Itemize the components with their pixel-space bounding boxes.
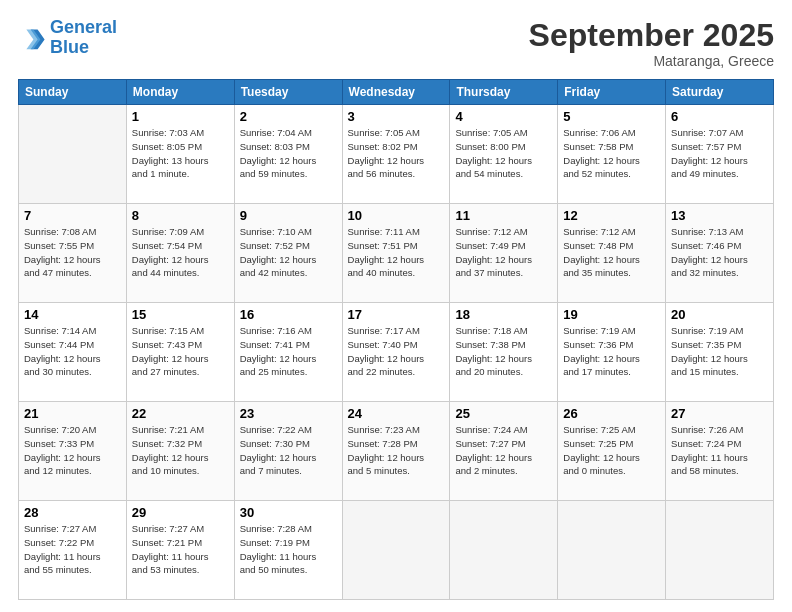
day-info: Sunrise: 7:28 AMSunset: 7:19 PMDaylight:… [240,522,337,577]
month-title: September 2025 [529,18,774,53]
day-info: Sunrise: 7:19 AMSunset: 7:36 PMDaylight:… [563,324,660,379]
calendar-cell: 5Sunrise: 7:06 AMSunset: 7:58 PMDaylight… [558,105,666,204]
day-number: 7 [24,208,121,223]
calendar-cell: 15Sunrise: 7:15 AMSunset: 7:43 PMDayligh… [126,303,234,402]
day-info: Sunrise: 7:26 AMSunset: 7:24 PMDaylight:… [671,423,768,478]
calendar-cell: 20Sunrise: 7:19 AMSunset: 7:35 PMDayligh… [666,303,774,402]
day-info: Sunrise: 7:27 AMSunset: 7:21 PMDaylight:… [132,522,229,577]
day-number: 23 [240,406,337,421]
day-number: 18 [455,307,552,322]
logo-blue: Blue [50,37,89,57]
calendar-cell: 26Sunrise: 7:25 AMSunset: 7:25 PMDayligh… [558,402,666,501]
day-info: Sunrise: 7:18 AMSunset: 7:38 PMDaylight:… [455,324,552,379]
day-info: Sunrise: 7:17 AMSunset: 7:40 PMDaylight:… [348,324,445,379]
day-number: 30 [240,505,337,520]
calendar-cell: 22Sunrise: 7:21 AMSunset: 7:32 PMDayligh… [126,402,234,501]
day-number: 20 [671,307,768,322]
day-number: 25 [455,406,552,421]
calendar-cell: 10Sunrise: 7:11 AMSunset: 7:51 PMDayligh… [342,204,450,303]
day-number: 17 [348,307,445,322]
day-info: Sunrise: 7:04 AMSunset: 8:03 PMDaylight:… [240,126,337,181]
calendar-cell: 7Sunrise: 7:08 AMSunset: 7:55 PMDaylight… [19,204,127,303]
day-info: Sunrise: 7:20 AMSunset: 7:33 PMDaylight:… [24,423,121,478]
day-info: Sunrise: 7:25 AMSunset: 7:25 PMDaylight:… [563,423,660,478]
calendar-cell: 24Sunrise: 7:23 AMSunset: 7:28 PMDayligh… [342,402,450,501]
calendar-cell: 12Sunrise: 7:12 AMSunset: 7:48 PMDayligh… [558,204,666,303]
calendar-cell: 13Sunrise: 7:13 AMSunset: 7:46 PMDayligh… [666,204,774,303]
day-number: 1 [132,109,229,124]
day-info: Sunrise: 7:05 AMSunset: 8:00 PMDaylight:… [455,126,552,181]
calendar-cell [342,501,450,600]
header-day-saturday: Saturday [666,80,774,105]
day-info: Sunrise: 7:09 AMSunset: 7:54 PMDaylight:… [132,225,229,280]
day-info: Sunrise: 7:05 AMSunset: 8:02 PMDaylight:… [348,126,445,181]
day-info: Sunrise: 7:12 AMSunset: 7:49 PMDaylight:… [455,225,552,280]
calendar-cell: 21Sunrise: 7:20 AMSunset: 7:33 PMDayligh… [19,402,127,501]
day-info: Sunrise: 7:22 AMSunset: 7:30 PMDaylight:… [240,423,337,478]
day-info: Sunrise: 7:16 AMSunset: 7:41 PMDaylight:… [240,324,337,379]
calendar-cell: 19Sunrise: 7:19 AMSunset: 7:36 PMDayligh… [558,303,666,402]
calendar-cell: 30Sunrise: 7:28 AMSunset: 7:19 PMDayligh… [234,501,342,600]
day-number: 15 [132,307,229,322]
calendar-cell [666,501,774,600]
calendar-cell: 17Sunrise: 7:17 AMSunset: 7:40 PMDayligh… [342,303,450,402]
header-day-sunday: Sunday [19,80,127,105]
calendar-cell: 18Sunrise: 7:18 AMSunset: 7:38 PMDayligh… [450,303,558,402]
calendar-table: SundayMondayTuesdayWednesdayThursdayFrid… [18,79,774,600]
day-number: 5 [563,109,660,124]
calendar-cell: 1Sunrise: 7:03 AMSunset: 8:05 PMDaylight… [126,105,234,204]
day-info: Sunrise: 7:15 AMSunset: 7:43 PMDaylight:… [132,324,229,379]
day-info: Sunrise: 7:24 AMSunset: 7:27 PMDaylight:… [455,423,552,478]
day-info: Sunrise: 7:27 AMSunset: 7:22 PMDaylight:… [24,522,121,577]
day-info: Sunrise: 7:06 AMSunset: 7:58 PMDaylight:… [563,126,660,181]
day-number: 28 [24,505,121,520]
day-number: 22 [132,406,229,421]
day-info: Sunrise: 7:10 AMSunset: 7:52 PMDaylight:… [240,225,337,280]
day-number: 3 [348,109,445,124]
calendar-cell [19,105,127,204]
day-info: Sunrise: 7:19 AMSunset: 7:35 PMDaylight:… [671,324,768,379]
day-info: Sunrise: 7:23 AMSunset: 7:28 PMDaylight:… [348,423,445,478]
calendar-cell: 11Sunrise: 7:12 AMSunset: 7:49 PMDayligh… [450,204,558,303]
logo-text: General Blue [50,18,117,58]
header: General Blue September 2025 Mataranga, G… [18,18,774,69]
calendar-cell: 27Sunrise: 7:26 AMSunset: 7:24 PMDayligh… [666,402,774,501]
header-day-thursday: Thursday [450,80,558,105]
calendar-week-2: 7Sunrise: 7:08 AMSunset: 7:55 PMDaylight… [19,204,774,303]
header-day-friday: Friday [558,80,666,105]
calendar-cell: 6Sunrise: 7:07 AMSunset: 7:57 PMDaylight… [666,105,774,204]
calendar-cell: 4Sunrise: 7:05 AMSunset: 8:00 PMDaylight… [450,105,558,204]
calendar-cell: 23Sunrise: 7:22 AMSunset: 7:30 PMDayligh… [234,402,342,501]
day-number: 10 [348,208,445,223]
day-number: 26 [563,406,660,421]
day-info: Sunrise: 7:07 AMSunset: 7:57 PMDaylight:… [671,126,768,181]
page: General Blue September 2025 Mataranga, G… [0,0,792,612]
title-block: September 2025 Mataranga, Greece [529,18,774,69]
day-number: 14 [24,307,121,322]
day-number: 29 [132,505,229,520]
calendar-cell: 3Sunrise: 7:05 AMSunset: 8:02 PMDaylight… [342,105,450,204]
calendar-week-1: 1Sunrise: 7:03 AMSunset: 8:05 PMDaylight… [19,105,774,204]
calendar-week-3: 14Sunrise: 7:14 AMSunset: 7:44 PMDayligh… [19,303,774,402]
day-number: 16 [240,307,337,322]
calendar-week-5: 28Sunrise: 7:27 AMSunset: 7:22 PMDayligh… [19,501,774,600]
day-number: 12 [563,208,660,223]
logo-icon [18,24,46,52]
day-number: 4 [455,109,552,124]
calendar-cell [558,501,666,600]
day-number: 6 [671,109,768,124]
logo: General Blue [18,18,117,58]
calendar-cell: 16Sunrise: 7:16 AMSunset: 7:41 PMDayligh… [234,303,342,402]
calendar-cell [450,501,558,600]
calendar-cell: 29Sunrise: 7:27 AMSunset: 7:21 PMDayligh… [126,501,234,600]
day-info: Sunrise: 7:14 AMSunset: 7:44 PMDaylight:… [24,324,121,379]
day-info: Sunrise: 7:08 AMSunset: 7:55 PMDaylight:… [24,225,121,280]
header-day-tuesday: Tuesday [234,80,342,105]
day-number: 11 [455,208,552,223]
calendar-cell: 14Sunrise: 7:14 AMSunset: 7:44 PMDayligh… [19,303,127,402]
day-info: Sunrise: 7:03 AMSunset: 8:05 PMDaylight:… [132,126,229,181]
day-number: 21 [24,406,121,421]
calendar-cell: 9Sunrise: 7:10 AMSunset: 7:52 PMDaylight… [234,204,342,303]
day-number: 2 [240,109,337,124]
calendar-cell: 28Sunrise: 7:27 AMSunset: 7:22 PMDayligh… [19,501,127,600]
